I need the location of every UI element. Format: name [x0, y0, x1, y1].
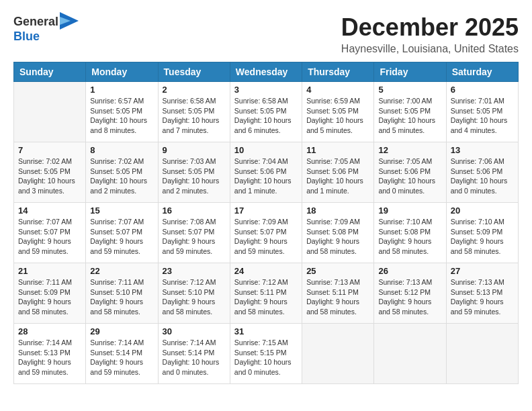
month-title: December 2025	[341, 13, 519, 42]
calendar-cell: 18Sunrise: 7:09 AM Sunset: 5:08 PM Dayli…	[302, 203, 374, 263]
day-number: 7	[18, 145, 81, 155]
day-info: Sunrise: 7:13 AM Sunset: 5:12 PM Dayligh…	[378, 277, 441, 317]
day-number: 20	[451, 205, 514, 216]
calendar-cell	[302, 324, 374, 384]
day-number: 8	[90, 145, 153, 155]
calendar-cell: 4Sunrise: 6:59 AM Sunset: 5:05 PM Daylig…	[302, 82, 374, 142]
day-number: 12	[378, 145, 441, 155]
calendar-week-row: 1Sunrise: 6:57 AM Sunset: 5:05 PM Daylig…	[14, 82, 519, 142]
calendar-cell: 20Sunrise: 7:10 AM Sunset: 5:09 PM Dayli…	[446, 203, 518, 263]
calendar-cell: 13Sunrise: 7:06 AM Sunset: 5:06 PM Dayli…	[446, 142, 518, 203]
calendar-cell	[446, 324, 518, 384]
calendar-cell: 21Sunrise: 7:11 AM Sunset: 5:09 PM Dayli…	[14, 263, 86, 324]
day-number: 24	[234, 266, 298, 276]
logo-general-text: General	[13, 15, 58, 29]
day-info: Sunrise: 7:13 AM Sunset: 5:11 PM Dayligh…	[306, 277, 369, 317]
day-info: Sunrise: 6:58 AM Sunset: 5:05 PM Dayligh…	[163, 96, 226, 136]
day-info: Sunrise: 7:02 AM Sunset: 5:05 PM Dayligh…	[18, 156, 81, 196]
day-header-wednesday: Wednesday	[230, 62, 302, 82]
day-header-friday: Friday	[374, 62, 446, 82]
day-number: 9	[163, 145, 226, 155]
calendar-cell: 24Sunrise: 7:12 AM Sunset: 5:11 PM Dayli…	[230, 263, 302, 324]
day-number: 5	[378, 85, 441, 95]
day-number: 21	[18, 266, 81, 276]
calendar-cell: 16Sunrise: 7:08 AM Sunset: 5:07 PM Dayli…	[158, 203, 230, 263]
day-info: Sunrise: 7:04 AM Sunset: 5:06 PM Dayligh…	[234, 156, 298, 196]
day-number: 29	[90, 326, 153, 336]
logo-blue-text: Blue	[13, 30, 40, 43]
logo: General Blue	[13, 13, 79, 44]
day-info: Sunrise: 6:58 AM Sunset: 5:05 PM Dayligh…	[234, 96, 298, 136]
calendar-cell: 17Sunrise: 7:09 AM Sunset: 5:07 PM Dayli…	[230, 203, 302, 263]
day-number: 14	[18, 205, 81, 216]
day-number: 15	[90, 205, 153, 216]
calendar-cell: 9Sunrise: 7:03 AM Sunset: 5:05 PM Daylig…	[158, 142, 230, 203]
calendar-cell	[14, 82, 86, 142]
day-info: Sunrise: 7:15 AM Sunset: 5:15 PM Dayligh…	[234, 338, 298, 377]
day-number: 11	[306, 145, 369, 155]
calendar-cell: 26Sunrise: 7:13 AM Sunset: 5:12 PM Dayli…	[374, 263, 446, 324]
day-info: Sunrise: 7:14 AM Sunset: 5:14 PM Dayligh…	[163, 338, 226, 377]
calendar-cell	[374, 324, 446, 384]
calendar-cell: 5Sunrise: 7:00 AM Sunset: 5:05 PM Daylig…	[374, 82, 446, 142]
day-number: 25	[306, 266, 369, 276]
calendar-cell: 10Sunrise: 7:04 AM Sunset: 5:06 PM Dayli…	[230, 142, 302, 203]
day-info: Sunrise: 7:07 AM Sunset: 5:07 PM Dayligh…	[90, 217, 153, 257]
day-header-thursday: Thursday	[302, 62, 374, 82]
day-number: 31	[234, 326, 298, 336]
day-number: 10	[234, 145, 298, 155]
calendar-week-row: 21Sunrise: 7:11 AM Sunset: 5:09 PM Dayli…	[14, 263, 519, 324]
day-number: 6	[451, 85, 514, 95]
day-info: Sunrise: 7:02 AM Sunset: 5:05 PM Dayligh…	[90, 156, 153, 196]
day-number: 23	[163, 266, 226, 276]
day-number: 13	[451, 145, 514, 155]
day-header-monday: Monday	[86, 62, 158, 82]
day-info: Sunrise: 7:14 AM Sunset: 5:13 PM Dayligh…	[18, 338, 81, 377]
day-number: 4	[306, 85, 369, 95]
calendar-cell: 8Sunrise: 7:02 AM Sunset: 5:05 PM Daylig…	[86, 142, 158, 203]
day-info: Sunrise: 7:08 AM Sunset: 5:07 PM Dayligh…	[163, 217, 226, 257]
header: General Blue December 2025 Haynesville, …	[13, 13, 519, 55]
day-info: Sunrise: 7:00 AM Sunset: 5:05 PM Dayligh…	[378, 96, 441, 136]
calendar-cell: 1Sunrise: 6:57 AM Sunset: 5:05 PM Daylig…	[86, 82, 158, 142]
calendar-cell: 28Sunrise: 7:14 AM Sunset: 5:13 PM Dayli…	[14, 324, 86, 384]
day-number: 30	[163, 326, 226, 336]
day-info: Sunrise: 6:57 AM Sunset: 5:05 PM Dayligh…	[90, 96, 153, 136]
day-number: 17	[234, 205, 298, 216]
calendar-cell: 7Sunrise: 7:02 AM Sunset: 5:05 PM Daylig…	[14, 142, 86, 203]
day-info: Sunrise: 7:11 AM Sunset: 5:10 PM Dayligh…	[90, 277, 153, 317]
calendar-cell: 6Sunrise: 7:01 AM Sunset: 5:05 PM Daylig…	[446, 82, 518, 142]
day-number: 22	[90, 266, 153, 276]
days-header-row: SundayMondayTuesdayWednesdayThursdayFrid…	[14, 62, 519, 82]
day-info: Sunrise: 6:59 AM Sunset: 5:05 PM Dayligh…	[306, 96, 369, 136]
calendar-cell: 25Sunrise: 7:13 AM Sunset: 5:11 PM Dayli…	[302, 263, 374, 324]
day-number: 18	[306, 205, 369, 216]
day-info: Sunrise: 7:14 AM Sunset: 5:14 PM Dayligh…	[90, 338, 153, 377]
title-section: December 2025 Haynesville, Louisiana, Un…	[341, 13, 519, 55]
logo-icon	[60, 12, 79, 30]
day-header-sunday: Sunday	[14, 62, 86, 82]
calendar-cell: 31Sunrise: 7:15 AM Sunset: 5:15 PM Dayli…	[230, 324, 302, 384]
day-info: Sunrise: 7:01 AM Sunset: 5:05 PM Dayligh…	[451, 96, 514, 136]
day-header-tuesday: Tuesday	[158, 62, 230, 82]
calendar-cell: 12Sunrise: 7:05 AM Sunset: 5:06 PM Dayli…	[374, 142, 446, 203]
day-info: Sunrise: 7:11 AM Sunset: 5:09 PM Dayligh…	[18, 277, 81, 317]
day-info: Sunrise: 7:03 AM Sunset: 5:05 PM Dayligh…	[163, 156, 226, 196]
day-info: Sunrise: 7:12 AM Sunset: 5:11 PM Dayligh…	[234, 277, 298, 317]
calendar-cell: 29Sunrise: 7:14 AM Sunset: 5:14 PM Dayli…	[86, 324, 158, 384]
day-number: 2	[163, 85, 226, 95]
calendar-cell: 22Sunrise: 7:11 AM Sunset: 5:10 PM Dayli…	[86, 263, 158, 324]
day-info: Sunrise: 7:09 AM Sunset: 5:07 PM Dayligh…	[234, 217, 298, 257]
calendar-cell: 11Sunrise: 7:05 AM Sunset: 5:06 PM Dayli…	[302, 142, 374, 203]
day-number: 3	[234, 85, 298, 95]
calendar-cell: 2Sunrise: 6:58 AM Sunset: 5:05 PM Daylig…	[158, 82, 230, 142]
calendar-cell: 30Sunrise: 7:14 AM Sunset: 5:14 PM Dayli…	[158, 324, 230, 384]
calendar-cell: 3Sunrise: 6:58 AM Sunset: 5:05 PM Daylig…	[230, 82, 302, 142]
day-number: 28	[18, 326, 81, 336]
day-info: Sunrise: 7:13 AM Sunset: 5:13 PM Dayligh…	[451, 277, 514, 317]
calendar-week-row: 7Sunrise: 7:02 AM Sunset: 5:05 PM Daylig…	[14, 142, 519, 203]
day-info: Sunrise: 7:12 AM Sunset: 5:10 PM Dayligh…	[163, 277, 226, 317]
day-number: 27	[451, 266, 514, 276]
calendar-cell: 27Sunrise: 7:13 AM Sunset: 5:13 PM Dayli…	[446, 263, 518, 324]
calendar-week-row: 28Sunrise: 7:14 AM Sunset: 5:13 PM Dayli…	[14, 324, 519, 384]
